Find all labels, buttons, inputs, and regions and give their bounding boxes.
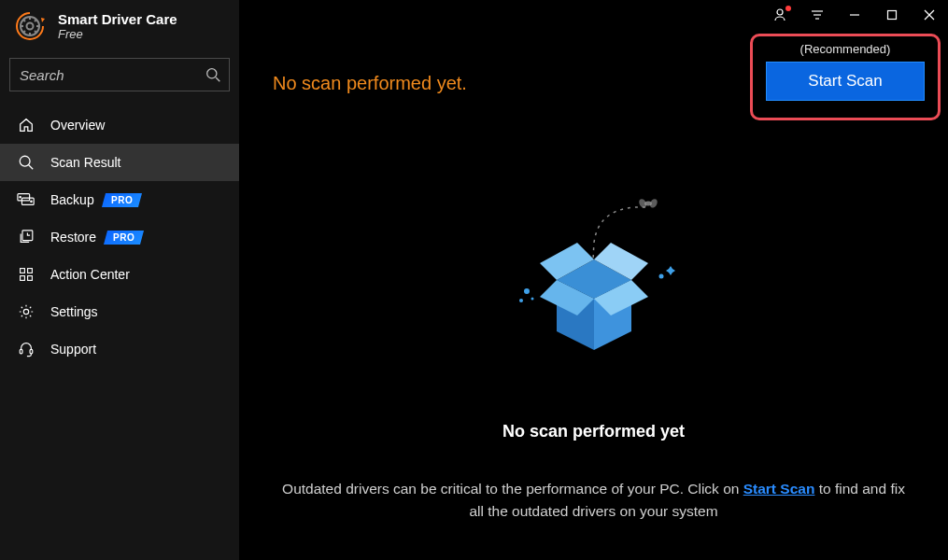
search-input[interactable] xyxy=(20,67,198,83)
search-icon xyxy=(205,67,221,83)
svg-point-31 xyxy=(519,299,523,302)
app-title-block: Smart Driver Care Free xyxy=(58,11,177,41)
svg-rect-23 xyxy=(28,276,33,281)
svg-line-7 xyxy=(23,20,25,21)
start-scan-button[interactable]: Start Scan xyxy=(766,62,925,101)
app-subtitle: Free xyxy=(58,27,177,41)
search-box[interactable] xyxy=(9,58,230,91)
svg-point-32 xyxy=(531,298,533,301)
close-button[interactable] xyxy=(911,0,948,30)
sidebar-item-scan-result[interactable]: Scan Result xyxy=(0,144,239,181)
notification-dot-icon xyxy=(785,6,791,11)
svg-point-2 xyxy=(27,23,34,30)
svg-point-41 xyxy=(777,9,783,15)
svg-rect-22 xyxy=(21,276,25,281)
sidebar-item-label: Scan Result xyxy=(50,155,120,170)
sidebar-item-label: Backup xyxy=(50,192,94,207)
window-titlebar xyxy=(761,0,948,30)
app-logo-icon xyxy=(13,9,47,43)
start-scan-button-label: Start Scan xyxy=(808,72,882,91)
svg-point-17 xyxy=(20,197,21,198)
sidebar-item-support[interactable]: Support xyxy=(0,330,239,368)
gear-icon xyxy=(17,302,35,321)
svg-point-13 xyxy=(20,156,30,166)
svg-point-24 xyxy=(23,309,28,314)
open-box-illustration xyxy=(454,187,734,373)
maximize-button[interactable] xyxy=(873,0,911,30)
pro-badge: PRO xyxy=(102,193,142,207)
sidebar-item-overview[interactable]: Overview xyxy=(0,106,239,144)
svg-rect-46 xyxy=(888,11,897,20)
app-branding: Smart Driver Care Free xyxy=(0,0,239,47)
sidebar: Smart Driver Care Free Overview xyxy=(0,0,239,560)
scan-status-headline: No scan performed yet. xyxy=(273,73,467,94)
grid-icon xyxy=(17,265,35,284)
svg-line-8 xyxy=(35,31,36,33)
svg-rect-21 xyxy=(28,269,33,273)
empty-state-description: Outdated drivers can be critical to the … xyxy=(239,478,948,523)
sidebar-item-action-center[interactable]: Action Center xyxy=(0,256,239,293)
sidebar-item-label: Action Center xyxy=(50,267,130,282)
menu-button[interactable] xyxy=(799,0,836,30)
backup-icon xyxy=(17,190,35,209)
sidebar-item-label: Support xyxy=(50,342,96,357)
start-scan-callout: (Recommended) Start Scan xyxy=(750,34,941,120)
headset-icon xyxy=(17,340,35,358)
svg-rect-20 xyxy=(21,269,25,273)
main-content: No scan performed yet. (Recommended) Sta… xyxy=(239,0,948,560)
restore-icon xyxy=(17,228,35,246)
minimize-button[interactable] xyxy=(836,0,873,30)
svg-line-10 xyxy=(23,31,25,33)
app-title: Smart Driver Care xyxy=(58,11,177,27)
empty-state-description-text: Outdated drivers can be critical to the … xyxy=(282,481,743,497)
svg-rect-26 xyxy=(30,349,33,354)
account-button[interactable] xyxy=(761,0,799,30)
svg-point-18 xyxy=(31,201,32,202)
start-scan-link[interactable]: Start Scan xyxy=(743,481,815,497)
sidebar-item-settings[interactable]: Settings xyxy=(0,293,239,330)
svg-point-11 xyxy=(207,68,217,77)
home-icon xyxy=(17,116,35,134)
sidebar-item-backup[interactable]: Backup PRO xyxy=(0,181,239,218)
sidebar-nav: Overview Scan Result Backup PRO Rest xyxy=(0,106,239,368)
svg-rect-25 xyxy=(20,349,22,354)
empty-state-title: No scan performed yet xyxy=(239,422,948,441)
svg-line-14 xyxy=(29,165,34,170)
pro-badge: PRO xyxy=(104,231,144,245)
sidebar-item-label: Settings xyxy=(50,304,98,319)
svg-point-30 xyxy=(524,288,530,294)
recommended-label: (Recommended) xyxy=(800,42,891,56)
scan-icon xyxy=(17,153,35,172)
svg-marker-0 xyxy=(41,18,45,22)
sidebar-item-restore[interactable]: Restore PRO xyxy=(0,218,239,256)
svg-point-33 xyxy=(658,274,663,279)
sidebar-item-label: Restore xyxy=(50,230,96,245)
sidebar-item-label: Overview xyxy=(50,118,105,133)
svg-line-12 xyxy=(216,77,219,81)
svg-line-9 xyxy=(35,20,36,21)
